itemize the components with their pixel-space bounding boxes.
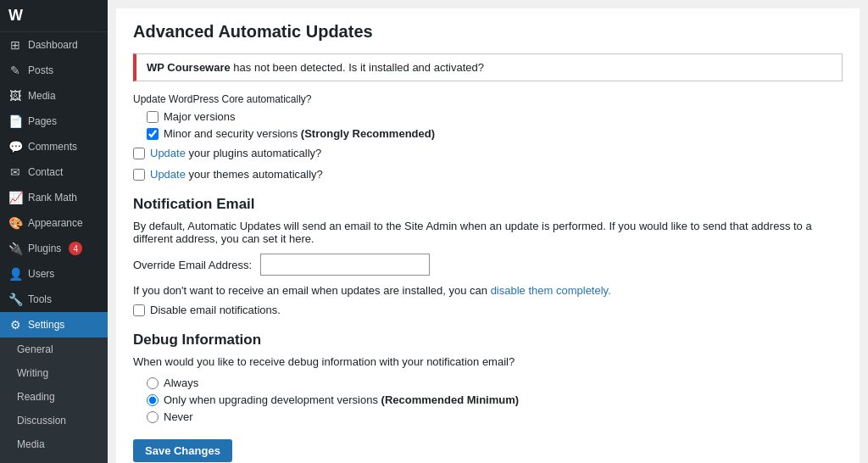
themes-update-label: Update your themes automatically? [150, 168, 323, 181]
wp-courseware-notice: WP Courseware has not been detected. Is … [133, 53, 843, 81]
disable-notifications-row: Disable email notifications. [133, 304, 843, 316]
sidebar-item-label: Settings [28, 319, 64, 331]
disable-link[interactable]: disable them completely. [491, 284, 611, 297]
posts-icon: ✎ [8, 64, 22, 77]
sidebar-item-appearance[interactable]: 🎨 Appearance [0, 210, 108, 236]
debug-info-heading: Debug Information [133, 332, 843, 349]
disable-notifications-checkbox[interactable] [133, 304, 145, 316]
minor-versions-label: Minor and security versions (Strongly Re… [164, 127, 435, 140]
override-email-input[interactable] [260, 254, 430, 276]
submenu-media-label: Media [17, 438, 45, 450]
disable-email-info: If you don't want to receive an email wh… [133, 284, 843, 297]
debug-upgrading-label: Only when upgrading development versions… [164, 393, 519, 406]
debug-always-label: Always [164, 377, 198, 389]
sidebar-item-label: Plugins [28, 243, 61, 254]
notification-email-heading: Notification Email [133, 196, 843, 213]
override-email-label: Override Email Address: [133, 259, 252, 271]
appearance-icon: 🎨 [8, 216, 22, 230]
themes-update-link[interactable]: Update [150, 168, 186, 181]
plugins-update-link[interactable]: Update [150, 147, 186, 159]
sidebar-item-comments[interactable]: 💬 Comments [0, 134, 108, 159]
debug-never-label: Never [164, 410, 193, 423]
plugins-update-checkbox[interactable] [133, 148, 145, 159]
sidebar-item-tools[interactable]: 🔧 Tools [0, 287, 108, 312]
themes-update-checkbox[interactable] [133, 169, 145, 181]
content-area: Advanced Automatic Updates WP Courseware… [116, 8, 860, 463]
plugins-icon: 🔌 [8, 242, 22, 255]
page-title: Advanced Automatic Updates [133, 22, 843, 42]
sidebar-item-label: Comments [28, 141, 77, 153]
debug-info-description: When would you like to receive debug inf… [133, 355, 843, 368]
contact-icon: ✉ [8, 165, 22, 179]
main-content: Advanced Automatic Updates WP Courseware… [108, 0, 868, 463]
submenu-discussion-label: Discussion [17, 415, 66, 427]
plugins-update-row: Update your plugins automatically? [133, 147, 843, 159]
sidebar-item-users[interactable]: 👤 Users [0, 261, 108, 287]
users-icon: 👤 [8, 267, 22, 281]
sidebar-item-permalinks[interactable]: Permalinks [0, 456, 108, 463]
sidebar-item-posts[interactable]: ✎ Posts [0, 58, 108, 83]
major-versions-checkbox[interactable] [147, 111, 159, 123]
settings-submenu: General Writing Reading Discussion Media… [0, 337, 108, 463]
submenu-general-label: General [17, 343, 53, 355]
sidebar-item-label: Users [28, 268, 54, 280]
sidebar-item-label: Rank Math [28, 192, 77, 204]
sidebar-item-label: Contact [28, 166, 63, 178]
sidebar-item-settings[interactable]: ⚙ Settings [0, 312, 108, 337]
override-email-row: Override Email Address: [133, 254, 843, 276]
media-icon: 🖼 [8, 89, 22, 103]
debug-upgrading-radio[interactable] [147, 394, 159, 406]
submenu-writing-label: Writing [17, 367, 48, 379]
core-update-label: Update WordPress Core automatically? [133, 93, 843, 105]
sidebar-item-contact[interactable]: ✉ Contact [0, 159, 108, 185]
sidebar-item-discussion[interactable]: Discussion [0, 409, 108, 432]
debug-upgrading-row: Only when upgrading development versions… [147, 393, 843, 406]
sidebar-item-label: Tools [28, 293, 52, 305]
sidebar-item-dashboard[interactable]: ⊞ Dashboard [0, 32, 108, 58]
sidebar-item-reading[interactable]: Reading [0, 385, 108, 409]
sidebar-item-label: Pages [28, 115, 57, 127]
dashboard-icon: ⊞ [8, 38, 22, 52]
sidebar: W ⊞ Dashboard ✎ Posts 🖼 Media 📄 Pages 💬 … [0, 0, 108, 463]
sidebar-item-rank-math[interactable]: 📈 Rank Math [0, 185, 108, 210]
debug-never-row: Never [147, 410, 843, 423]
debug-never-radio[interactable] [147, 411, 159, 423]
sidebar-item-label: Posts [28, 64, 53, 76]
sidebar-item-media[interactable]: 🖼 Media [0, 83, 108, 109]
plugins-badge: 4 [69, 242, 82, 255]
tools-icon: 🔧 [8, 293, 22, 306]
comments-icon: 💬 [8, 140, 22, 153]
notification-email-description: By default, Automatic Updates will send … [133, 220, 843, 245]
disable-notifications-label: Disable email notifications. [150, 304, 281, 316]
settings-icon: ⚙ [8, 318, 22, 332]
major-versions-label: Major versions [164, 110, 236, 123]
notice-bold: WP Courseware [147, 61, 231, 74]
sidebar-item-pages[interactable]: 📄 Pages [0, 109, 108, 134]
save-changes-button[interactable]: Save Changes [133, 439, 232, 462]
minor-versions-row: Minor and security versions (Strongly Re… [147, 127, 843, 140]
plugins-update-label: Update your plugins automatically? [150, 147, 321, 159]
sidebar-item-plugins[interactable]: 🔌 Plugins 4 [0, 236, 108, 261]
wp-logo: W [0, 0, 108, 32]
major-versions-row: Major versions [147, 110, 843, 123]
sidebar-item-label: Dashboard [28, 39, 78, 51]
pages-icon: 📄 [8, 114, 22, 128]
debug-always-radio[interactable] [147, 377, 159, 389]
themes-update-row: Update your themes automatically? [133, 168, 843, 181]
rank-math-icon: 📈 [8, 191, 22, 204]
minor-versions-checkbox[interactable] [147, 128, 159, 140]
submenu-reading-label: Reading [17, 391, 55, 403]
sidebar-item-label: Appearance [28, 217, 83, 229]
sidebar-item-general[interactable]: General [0, 337, 108, 361]
sidebar-item-writing[interactable]: Writing [0, 361, 108, 385]
sidebar-item-media-sub[interactable]: Media [0, 432, 108, 456]
sidebar-item-label: Media [28, 90, 56, 102]
debug-always-row: Always [147, 377, 843, 389]
notice-text: has not been detected. Is it installed a… [231, 61, 484, 74]
